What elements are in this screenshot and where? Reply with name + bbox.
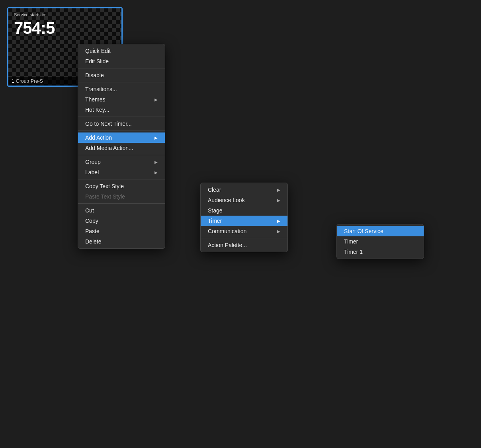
menu-item-themes[interactable]: Themes▶ — [78, 94, 165, 105]
submenu-arrow-label: ▶ — [154, 170, 158, 175]
submenu-label-clear: Clear — [208, 187, 221, 193]
submenu-label-communication: Communication — [208, 228, 246, 234]
menu-label-copy: Copy — [85, 218, 98, 224]
menu-label-add-action: Add Action — [85, 134, 112, 141]
menu-item-edit-slide[interactable]: Edit Slide — [78, 56, 165, 66]
timer-label-timer: Timer — [344, 238, 358, 245]
menu-item-transitions[interactable]: Transitions... — [78, 84, 165, 94]
menu-item-copy-text-style[interactable]: Copy Text Style — [78, 181, 165, 191]
menu-label-disable: Disable — [85, 72, 104, 78]
submenu-label-audience-look: Audience Look — [208, 197, 245, 203]
menu-label-hot-key: Hot Key... — [85, 107, 109, 113]
menu-item-cut[interactable]: Cut — [78, 205, 165, 216]
menu-separator — [78, 131, 165, 131]
submenu-item-clear[interactable]: Clear▶ — [201, 185, 287, 195]
menu-label-themes: Themes — [85, 96, 106, 103]
menu-label-paste-text-style: Paste Text Style — [85, 193, 125, 200]
timer-label-timer-1: Timer 1 — [344, 249, 363, 255]
menu-item-group[interactable]: Group▶ — [78, 157, 165, 167]
slide-number: 1 — [12, 78, 14, 84]
menu-label-add-media-action: Add Media Action... — [85, 145, 133, 151]
timer-item-start-of-service[interactable]: Start Of Service — [337, 226, 424, 236]
menu-item-go-to-next-timer[interactable]: Go to Next Timer... — [78, 119, 165, 129]
thumbnail-service-label: Service starts in: — [14, 12, 46, 17]
menu-label-paste: Paste — [85, 228, 100, 234]
primary-context-menu: Quick EditEdit SlideDisableTransitions..… — [78, 44, 165, 249]
thumbnail-slide-label: Pre-S — [31, 78, 43, 84]
menu-item-copy[interactable]: Copy — [78, 216, 165, 226]
menu-separator — [78, 179, 165, 179]
submenu-arrow-audience-look: ▶ — [277, 198, 280, 203]
submenu-item-stage[interactable]: Stage — [201, 205, 287, 216]
menu-label-group: Group — [85, 159, 101, 165]
menu-label-copy-text-style: Copy Text Style — [85, 183, 124, 189]
menu-item-add-media-action[interactable]: Add Media Action... — [78, 143, 165, 153]
menu-item-add-action[interactable]: Add Action▶ — [78, 132, 165, 143]
menu-separator — [78, 203, 165, 204]
submenu-label-stage: Stage — [208, 207, 223, 214]
menu-separator — [78, 82, 165, 82]
submenu-arrow-group: ▶ — [154, 160, 158, 164]
submenu-item-audience-look[interactable]: Audience Look▶ — [201, 195, 287, 205]
menu-label-quick-edit: Quick Edit — [85, 48, 111, 54]
submenu-arrow-communication: ▶ — [277, 229, 280, 234]
menu-item-label[interactable]: Label▶ — [78, 167, 165, 177]
submenu-label-action-palette: Action Palette... — [208, 242, 247, 248]
menu-separator — [78, 68, 165, 68]
menu-item-disable[interactable]: Disable — [78, 70, 165, 80]
timer-submenu: Start Of ServiceTimerTimer 1 — [336, 224, 424, 259]
thumbnail-group: Group — [16, 78, 29, 84]
submenu-arrow-clear: ▶ — [277, 188, 280, 192]
submenu-arrow-timer: ▶ — [277, 219, 280, 223]
menu-label-cut: Cut — [85, 207, 94, 214]
timer-item-timer[interactable]: Timer — [337, 236, 424, 247]
menu-label-transitions: Transitions... — [85, 86, 117, 92]
submenu-item-timer[interactable]: Timer▶ — [201, 216, 287, 226]
timer-item-timer-1[interactable]: Timer 1 — [337, 247, 424, 257]
menu-item-delete[interactable]: Delete — [78, 236, 165, 247]
menu-label-edit-slide: Edit Slide — [85, 58, 109, 64]
thumbnail-timer: 754:5 — [14, 19, 55, 38]
timer-label-start-of-service: Start Of Service — [344, 228, 383, 234]
submenu-arrow-add-action: ▶ — [154, 136, 158, 140]
menu-item-quick-edit[interactable]: Quick Edit — [78, 46, 165, 56]
submenu-item-communication[interactable]: Communication▶ — [201, 226, 287, 236]
add-action-submenu: Clear▶Audience Look▶StageTimer▶Communica… — [200, 183, 288, 252]
menu-label-go-to-next-timer: Go to Next Timer... — [85, 121, 132, 127]
submenu-arrow-themes: ▶ — [154, 97, 158, 102]
menu-separator — [201, 238, 287, 238]
menu-separator — [78, 117, 165, 117]
submenu-item-action-palette[interactable]: Action Palette... — [201, 240, 287, 250]
menu-item-hot-key[interactable]: Hot Key... — [78, 105, 165, 115]
menu-item-paste-text-style: Paste Text Style — [78, 191, 165, 202]
menu-label-label: Label — [85, 169, 99, 175]
menu-separator — [78, 155, 165, 155]
submenu-label-timer: Timer — [208, 218, 222, 224]
menu-item-paste[interactable]: Paste — [78, 226, 165, 236]
menu-label-delete: Delete — [85, 238, 101, 245]
